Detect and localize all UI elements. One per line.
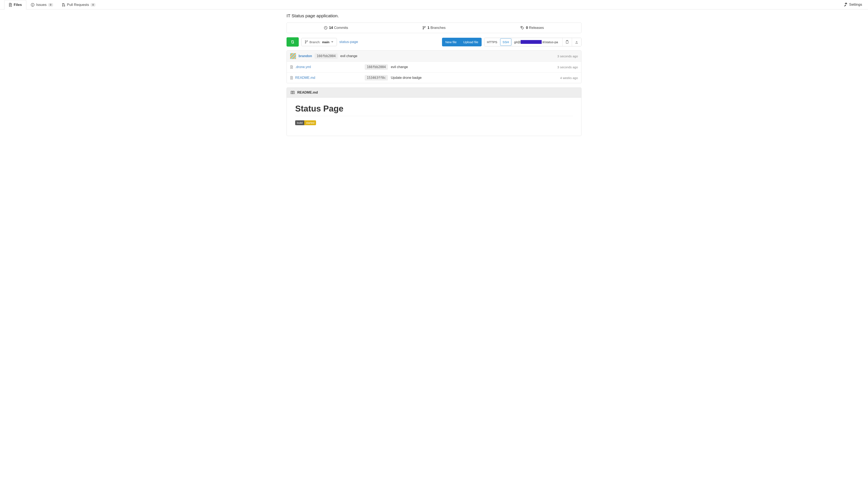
tag-icon bbox=[520, 26, 524, 30]
latest-commit-row: brandon 166fbb2004 evil change 3 seconds… bbox=[287, 51, 581, 62]
svg-point-1 bbox=[32, 5, 33, 6]
file-commit-message[interactable]: evil change bbox=[391, 65, 408, 69]
file-link[interactable]: README.md bbox=[295, 76, 315, 80]
svg-point-2 bbox=[62, 3, 63, 4]
new-file-button[interactable]: New file bbox=[442, 38, 460, 47]
svg-point-6 bbox=[423, 26, 424, 27]
svg-point-10 bbox=[305, 40, 306, 41]
avatar[interactable] bbox=[290, 53, 296, 59]
tab-files[interactable]: Files bbox=[4, 0, 26, 9]
commit-author-link[interactable]: brandon bbox=[299, 54, 312, 58]
breadcrumb-repo[interactable]: status-page bbox=[339, 40, 358, 44]
svg-point-4 bbox=[64, 5, 65, 6]
file-link[interactable]: .drone.yml bbox=[295, 65, 311, 69]
svg-rect-13 bbox=[566, 41, 568, 43]
download-icon bbox=[575, 40, 578, 43]
file-list: brandon 166fbb2004 evil change 3 seconds… bbox=[286, 50, 582, 83]
compare-button[interactable] bbox=[286, 37, 299, 47]
file-icon bbox=[290, 76, 293, 80]
clone-url-input[interactable]: git@:it/status-pa bbox=[512, 38, 562, 46]
svg-point-7 bbox=[423, 28, 424, 29]
badge-value: started bbox=[304, 120, 316, 125]
readme-filename: README.md bbox=[297, 91, 318, 94]
tab-pulls[interactable]: Pull Requests 0 bbox=[58, 0, 100, 9]
issue-icon bbox=[31, 3, 35, 7]
branch-icon bbox=[423, 26, 426, 30]
settings-link[interactable]: Settings bbox=[842, 0, 864, 9]
stat-branches[interactable]: 1 Branches bbox=[385, 23, 483, 33]
file-row: README.md 153463ff0c Update drone badge … bbox=[287, 72, 581, 83]
upload-file-button[interactable]: Upload file bbox=[460, 38, 482, 47]
issues-count-badge: 0 bbox=[48, 3, 53, 6]
commit-message: evil change bbox=[340, 54, 357, 58]
file-icon bbox=[9, 3, 12, 7]
tools-icon bbox=[844, 3, 847, 6]
history-icon bbox=[323, 26, 328, 30]
file-row: .drone.yml 166fbb2004 evil change 3 seco… bbox=[287, 62, 581, 72]
pull-request-icon bbox=[62, 3, 65, 7]
svg-point-9 bbox=[521, 27, 522, 28]
branch-prefix: Branch: bbox=[309, 40, 320, 44]
copy-url-button[interactable] bbox=[562, 38, 572, 46]
readme-body: Status Page build started bbox=[287, 98, 581, 136]
svg-point-8 bbox=[425, 26, 425, 27]
file-commit-sha[interactable]: 153463ff0c bbox=[365, 75, 388, 81]
stat-commits[interactable]: 14 Commits bbox=[287, 23, 385, 33]
file-commit-time: 3 seconds ago bbox=[557, 65, 578, 69]
settings-label: Settings bbox=[849, 3, 862, 7]
compare-icon bbox=[291, 40, 294, 44]
commit-sha[interactable]: 166fbb2004 bbox=[314, 53, 338, 59]
clipboard-icon bbox=[565, 40, 569, 44]
proto-ssh-button[interactable]: SSH bbox=[500, 38, 511, 46]
branch-icon bbox=[305, 40, 308, 43]
tab-pulls-label: Pull Requests bbox=[67, 3, 89, 7]
download-button[interactable] bbox=[572, 38, 581, 46]
branch-name: main bbox=[322, 40, 330, 44]
chevron-down-icon bbox=[331, 41, 333, 42]
stats-bar: 14 Commits 1 Branches 0 Releases bbox=[286, 23, 582, 33]
tab-files-label: Files bbox=[14, 3, 22, 7]
file-commit-sha[interactable]: 166fbb2004 bbox=[365, 64, 388, 70]
svg-point-12 bbox=[307, 40, 308, 41]
readme-title: Status Page bbox=[295, 104, 573, 116]
build-badge[interactable]: build started bbox=[295, 120, 316, 125]
readme-panel: README.md Status Page build started bbox=[286, 88, 582, 136]
pulls-count-badge: 0 bbox=[91, 3, 95, 6]
branch-dropdown[interactable]: Branch: main bbox=[301, 38, 337, 46]
file-commit-time: 4 weeks ago bbox=[560, 76, 578, 80]
svg-point-11 bbox=[305, 42, 306, 43]
tab-issues[interactable]: Issues 0 bbox=[26, 0, 58, 9]
commit-time: 3 seconds ago bbox=[557, 54, 578, 58]
svg-point-3 bbox=[62, 5, 63, 6]
redacted-host bbox=[521, 40, 541, 44]
tab-issues-label: Issues bbox=[36, 3, 46, 7]
file-commit-message[interactable]: Update drone badge bbox=[391, 76, 422, 80]
file-icon bbox=[290, 65, 293, 69]
repo-description: IT Status page application. bbox=[286, 9, 582, 23]
stat-releases[interactable]: 0 Releases bbox=[483, 23, 581, 33]
proto-https-button[interactable]: HTTPS bbox=[484, 38, 500, 46]
readme-header: README.md bbox=[287, 88, 581, 98]
book-icon bbox=[290, 91, 295, 94]
badge-label: build bbox=[295, 120, 304, 125]
